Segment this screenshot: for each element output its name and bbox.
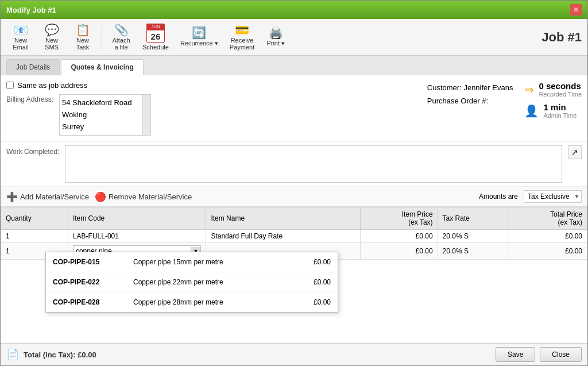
col-item-name: Item Name bbox=[206, 207, 361, 230]
address-street: 54 Shackleford Road bbox=[62, 97, 148, 109]
add-icon: ➕ bbox=[6, 191, 18, 202]
table-header-row: Quantity Item Code Item Name Item Price(… bbox=[1, 207, 587, 230]
row1-price: £0.00 bbox=[361, 230, 438, 243]
dropdown-code-1: COP-PIPE-022 bbox=[53, 278, 122, 286]
amounts-label: Amounts are bbox=[479, 192, 518, 201]
col-tax-rate: Tax Rate bbox=[438, 207, 508, 230]
dropdown-price-1: £0.00 bbox=[302, 278, 331, 286]
save-button[interactable]: Save bbox=[496, 347, 535, 362]
col-total-price: Total Price(ex Tax) bbox=[508, 207, 587, 230]
dropdown-item-1[interactable]: COP-PIPE-022 Copper pipe 22mm per metre … bbox=[46, 272, 338, 292]
close-button[interactable]: Close bbox=[540, 347, 582, 362]
remove-icon: 🔴 bbox=[95, 191, 106, 202]
same-as-job-checkbox[interactable] bbox=[6, 82, 14, 89]
tabs: Job Details Quotes & Invoicing bbox=[1, 56, 587, 75]
print-button[interactable]: 🖨️ Print ▾ bbox=[261, 25, 290, 49]
footer: 📄 Total (inc Tax): £0.00 Save Close bbox=[1, 343, 587, 365]
admin-time-value: 1 min bbox=[543, 102, 577, 112]
toolbar: 📧 NewEmail 💬 NewSMS 📋 NewTask 📎 Attacha … bbox=[1, 19, 587, 56]
schedule-button[interactable]: JUN 26 Schedule bbox=[138, 21, 173, 53]
payment-icon: 💳 bbox=[235, 24, 249, 36]
col-item-code: Item Code bbox=[68, 207, 206, 230]
job-number: Job #1 bbox=[541, 30, 582, 45]
recurrence-icon: 🔄 bbox=[192, 27, 206, 38]
new-sms-button[interactable]: 💬 NewSMS bbox=[37, 22, 66, 53]
dropdown-item-0[interactable]: COP-PIPE-015 Copper pipe 15mm per metre … bbox=[46, 252, 338, 272]
table-wrapper: Quantity Item Code Item Name Item Price(… bbox=[1, 207, 587, 343]
row2-price: £0.00 bbox=[361, 243, 438, 260]
print-label: Print ▾ bbox=[266, 40, 285, 47]
recorded-time-item: ⇒ 0 seconds Recorded Time bbox=[524, 81, 582, 98]
add-material-label: Add Material/Service bbox=[20, 192, 89, 201]
dropdown-name-1: Copper pipe 22mm per metre bbox=[133, 278, 291, 286]
amounts-select[interactable]: Tax Exclusive bbox=[524, 190, 582, 203]
address-box[interactable]: 54 Shackleford Road Woking Surrey bbox=[59, 94, 151, 136]
work-completed-section: Work Completed: ↗ bbox=[1, 142, 587, 187]
title-bar: Modify Job #1 ✕ bbox=[1, 1, 587, 19]
main-window: Modify Job #1 ✕ 📧 NewEmail 💬 NewSMS 📋 Ne… bbox=[0, 0, 588, 366]
address-scrollbar[interactable] bbox=[142, 95, 150, 135]
pdf-icon: 📄 bbox=[6, 348, 19, 361]
dropdown-name-0: Copper pipe 15mm per metre bbox=[133, 258, 291, 266]
add-material-button[interactable]: ➕ Add Material/Service bbox=[6, 191, 89, 202]
tab-job-details[interactable]: Job Details bbox=[6, 59, 60, 75]
address-city: Woking bbox=[62, 109, 148, 121]
customer-label: Customer: Jennifer Evans bbox=[427, 81, 513, 94]
customer-info: Customer: Jennifer Evans Purchase Order … bbox=[427, 81, 513, 108]
toolbar-separator-1 bbox=[102, 26, 102, 49]
row1-total: £0.00 bbox=[508, 230, 587, 243]
billing-label: Billing Address: bbox=[6, 94, 53, 103]
print-icon: 🖨️ bbox=[269, 27, 283, 38]
receive-payment-button[interactable]: 💳 ReceivePayment bbox=[225, 22, 259, 53]
dropdown-name-2: Copper pipe 28mm per metre bbox=[133, 298, 291, 306]
attach-file-label: Attacha file bbox=[112, 37, 130, 51]
same-as-job-row: Same as job address bbox=[6, 81, 416, 90]
recorded-time-value: 0 seconds bbox=[539, 81, 582, 91]
recurrence-button[interactable]: 🔄 Recurrence ▾ bbox=[176, 25, 223, 49]
footer-buttons: Save Close bbox=[496, 347, 582, 362]
recurrence-label: Recurrence ▾ bbox=[180, 40, 218, 47]
email-icon: 📧 bbox=[14, 24, 28, 36]
recorded-time-group: 0 seconds Recorded Time bbox=[539, 81, 582, 98]
admin-time-label: Admin Time bbox=[543, 112, 577, 119]
new-task-label: NewTask bbox=[76, 37, 90, 51]
row1-tax: 20.0% S bbox=[438, 230, 508, 243]
admin-time-item: 👤 1 min Admin Time bbox=[524, 102, 582, 119]
remove-material-label: Remove Material/Service bbox=[109, 192, 192, 201]
dropdown-item-2[interactable]: COP-PIPE-028 Copper pipe 28mm per metre … bbox=[46, 292, 338, 312]
amounts-select-wrapper[interactable]: Tax Exclusive bbox=[524, 190, 582, 203]
dropdown-code-0: COP-PIPE-015 bbox=[53, 258, 122, 266]
attach-file-button[interactable]: 📎 Attacha file bbox=[107, 22, 136, 53]
expand-button[interactable]: ↗ bbox=[568, 145, 582, 159]
billing-row: Billing Address: 54 Shackleford Road Wok… bbox=[6, 94, 416, 136]
work-completed-input[interactable] bbox=[65, 145, 562, 183]
time-info: ⇒ 0 seconds Recorded Time 👤 1 min Admin … bbox=[524, 81, 582, 119]
row1-qty: 1 bbox=[1, 230, 68, 243]
col-quantity: Quantity bbox=[1, 207, 68, 230]
materials-toolbar: ➕ Add Material/Service 🔴 Remove Material… bbox=[1, 187, 587, 207]
close-window-button[interactable]: ✕ bbox=[570, 4, 582, 16]
new-task-button[interactable]: 📋 NewTask bbox=[68, 22, 97, 53]
dropdown-price-0: £0.00 bbox=[302, 258, 331, 266]
window-title: Modify Job #1 bbox=[6, 6, 56, 14]
tab-quotes-invoicing[interactable]: Quotes & Invoicing bbox=[61, 59, 143, 75]
arrows-icon: ⇒ bbox=[524, 83, 534, 97]
row1-code: LAB-FULL-001 bbox=[68, 230, 206, 243]
purchase-order-label: Purchase Order #: bbox=[427, 94, 513, 107]
col-item-price: Item Price(ex Tax) bbox=[361, 207, 438, 230]
address-left: Same as job address Billing Address: 54 … bbox=[6, 81, 416, 136]
same-as-job-label: Same as job address bbox=[17, 81, 87, 90]
dropdown-price-2: £0.00 bbox=[302, 298, 331, 306]
row2-total: £0.00 bbox=[508, 243, 587, 260]
admin-icon: 👤 bbox=[524, 104, 539, 118]
row2-tax: 20.0% S bbox=[438, 243, 508, 260]
admin-time-group: 1 min Admin Time bbox=[543, 102, 577, 119]
row1-name: Standard Full Day Rate bbox=[206, 230, 361, 243]
total-label: Total (inc Tax): £0.00 bbox=[24, 350, 96, 359]
address-section: Same as job address Billing Address: 54 … bbox=[1, 75, 587, 142]
schedule-label: Schedule bbox=[142, 44, 169, 51]
recorded-time-label: Recorded Time bbox=[539, 91, 582, 98]
new-email-button[interactable]: 📧 NewEmail bbox=[6, 22, 35, 53]
attach-icon: 📎 bbox=[114, 24, 129, 36]
remove-material-button[interactable]: 🔴 Remove Material/Service bbox=[95, 191, 192, 202]
